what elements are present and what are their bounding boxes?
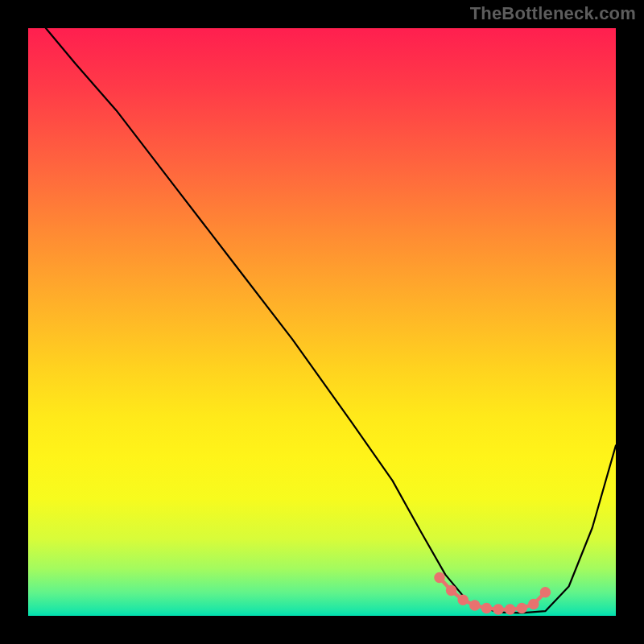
svg-line-4: [455, 593, 460, 597]
svg-line-18: [537, 596, 542, 601]
bottleneck-curve: [46, 28, 616, 613]
svg-line-10: [490, 609, 495, 609]
plot-area: [28, 28, 616, 616]
svg-line-8: [478, 606, 483, 608]
svg-line-6: [466, 601, 471, 604]
svg-line-16: [525, 605, 530, 607]
optimal-band: [436, 574, 549, 613]
attribution-label: TheBottleneck.com: [470, 3, 636, 24]
svg-line-14: [514, 609, 518, 609]
curve-layer: [28, 28, 616, 616]
chart-frame: TheBottleneck.com: [0, 0, 644, 644]
svg-line-2: [443, 581, 448, 587]
